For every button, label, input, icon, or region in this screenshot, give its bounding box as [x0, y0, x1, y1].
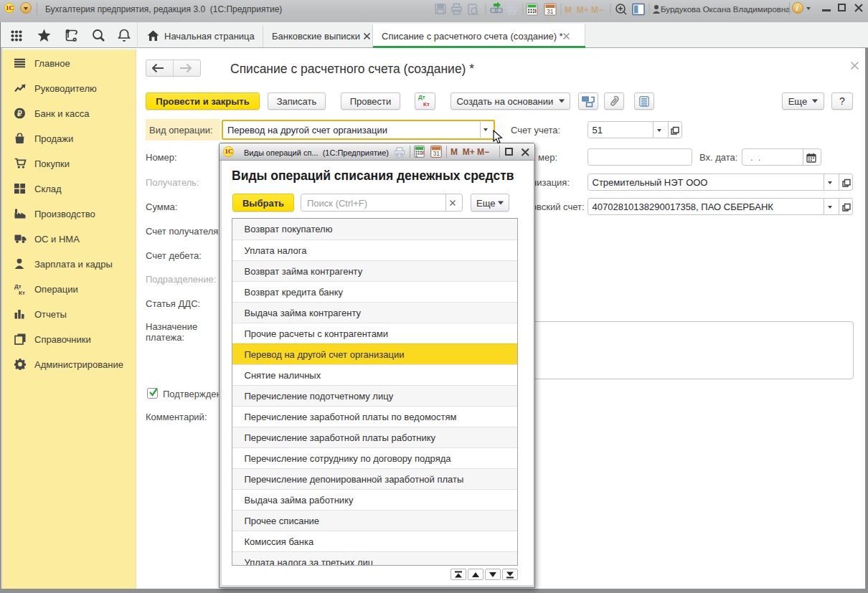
- svg-text:М М+ М−: М М+ М−: [565, 5, 603, 15]
- svg-text:₽: ₽: [17, 109, 22, 118]
- svg-text:Кт: Кт: [19, 290, 25, 295]
- svg-text:31: 31: [433, 150, 440, 157]
- svg-text:31: 31: [547, 8, 554, 15]
